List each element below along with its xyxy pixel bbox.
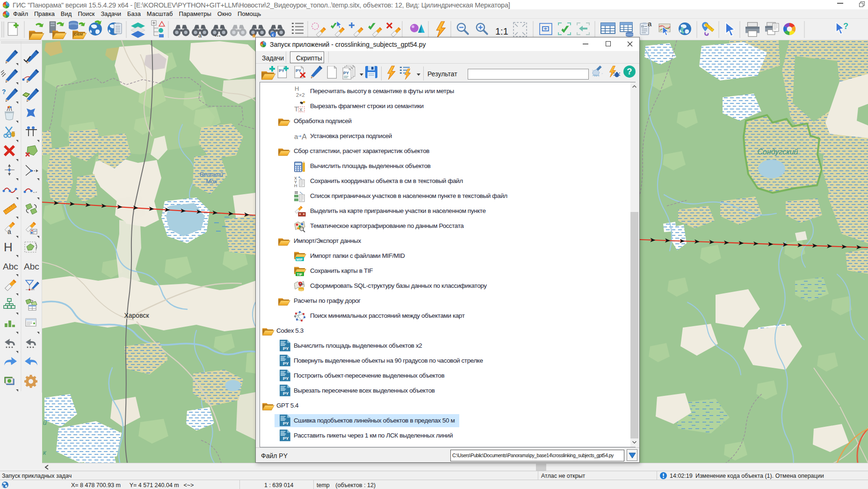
svg-text:Харовск: Харовск [124, 312, 149, 319]
svg-text:MIF: MIF [297, 257, 303, 262]
svg-text:?: ? [2, 88, 6, 95]
svg-text:Сондугский: Сондугский [758, 148, 798, 156]
svg-text:Великий: Великий [200, 171, 224, 178]
svg-text:2×2: 2×2 [296, 92, 305, 98]
svg-text:H: H [4, 240, 13, 254]
svg-text:Abc: Abc [3, 262, 18, 271]
svg-text:T: T [294, 105, 298, 113]
svg-text:a: a [198, 32, 202, 39]
svg-text:H: H [294, 183, 297, 188]
svg-text:H: H [295, 86, 299, 92]
svg-text:1:1: 1:1 [495, 26, 508, 36]
svg-text:DBM: DBM [74, 32, 83, 36]
svg-text:PY: PY [296, 68, 301, 73]
svg-text:a: a [294, 132, 298, 140]
svg-text:SQL: SQL [299, 283, 304, 285]
svg-text:й: й [43, 419, 47, 426]
svg-text:?: ? [843, 22, 848, 31]
svg-text:Abc: Abc [24, 262, 39, 271]
svg-text:TIF: TIF [297, 272, 303, 277]
svg-text:a: a [648, 20, 652, 28]
svg-text:a: a [7, 228, 11, 235]
svg-text:…: … [215, 31, 221, 38]
svg-text:PY: PY [279, 68, 284, 73]
svg-text:Мох: Мох [206, 178, 217, 185]
svg-text:x: x [299, 106, 303, 113]
svg-text:PY: PY [343, 71, 349, 75]
svg-text:A: A [302, 132, 306, 141]
